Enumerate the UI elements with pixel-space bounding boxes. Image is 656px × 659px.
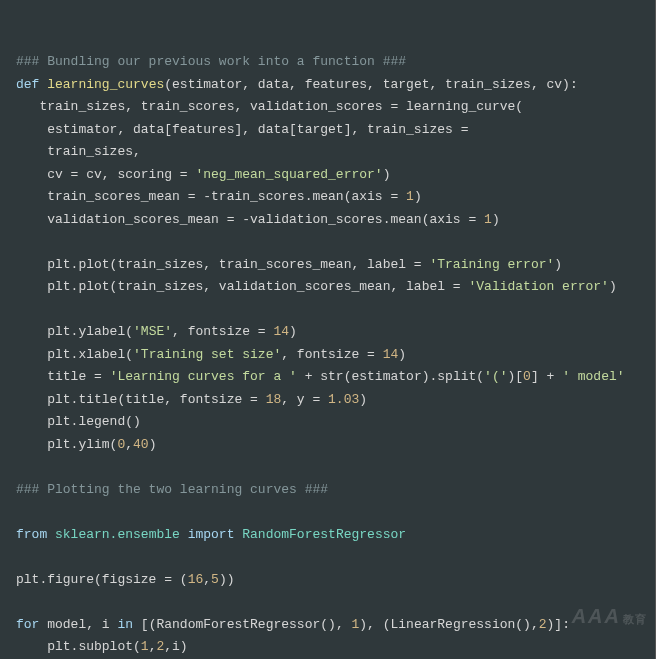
code-token: RandomForestRegressor bbox=[242, 527, 406, 542]
code-line: cv = cv, scoring = 'neg_mean_squared_err… bbox=[16, 164, 651, 187]
code-token: train_sizes, bbox=[16, 144, 141, 159]
code-line bbox=[16, 591, 651, 614]
code-line: estimator, data[features], data[target],… bbox=[16, 119, 651, 142]
code-content: ### Bundling our previous work into a fu… bbox=[16, 51, 651, 659]
code-token: ) bbox=[149, 437, 157, 452]
code-token: for bbox=[16, 617, 47, 632]
code-token: ) bbox=[554, 257, 562, 272]
code-token: in bbox=[117, 617, 140, 632]
code-token: ) bbox=[414, 189, 422, 204]
code-token: plt.figure(figsize = ( bbox=[16, 572, 188, 587]
code-token: 'MSE' bbox=[133, 324, 172, 339]
code-token: plt.ylabel( bbox=[16, 324, 133, 339]
code-token: title = bbox=[16, 369, 110, 384]
code-line: plt.xlabel('Training set size', fontsize… bbox=[16, 344, 651, 367]
code-token: (estimator, data, features, target, trai… bbox=[164, 77, 577, 92]
code-token: 18 bbox=[266, 392, 282, 407]
code-token: 40 bbox=[133, 437, 149, 452]
code-token: train_sizes, train_scores, validation_sc… bbox=[16, 99, 523, 114]
code-token: + str(estimator).split( bbox=[297, 369, 484, 384]
code-token: plt.plot(train_sizes, train_scores_mean,… bbox=[16, 257, 429, 272]
code-token: def bbox=[16, 77, 47, 92]
code-line: for model, i in [(RandomForestRegressor(… bbox=[16, 614, 651, 637]
code-line bbox=[16, 456, 651, 479]
code-token: plt.title(title, fontsize = bbox=[16, 392, 266, 407]
code-token: )[ bbox=[508, 369, 524, 384]
code-line: plt.title(title, fontsize = 18, y = 1.03… bbox=[16, 389, 651, 412]
code-line: plt.legend() bbox=[16, 411, 651, 434]
code-line bbox=[16, 231, 651, 254]
code-token: estimator, data[features], data[target],… bbox=[16, 122, 468, 137]
code-token: )) bbox=[219, 572, 235, 587]
code-token: 'Learning curves for a ' bbox=[110, 369, 297, 384]
code-token: ) bbox=[398, 347, 406, 362]
code-line: ### Plotting the two learning curves ### bbox=[16, 479, 651, 502]
code-line: plt.ylabel('MSE', fontsize = 14) bbox=[16, 321, 651, 344]
code-token: , bbox=[125, 437, 133, 452]
code-token: ] + bbox=[531, 369, 562, 384]
code-line: validation_scores_mean = -validation_sco… bbox=[16, 209, 651, 232]
code-token: , fontsize = bbox=[172, 324, 273, 339]
code-token: 2 bbox=[539, 617, 547, 632]
code-token: plt.legend() bbox=[16, 414, 141, 429]
code-token: ### Plotting the two learning curves ### bbox=[16, 482, 328, 497]
code-line: from sklearn.ensemble import RandomFores… bbox=[16, 524, 651, 547]
code-token: 1 bbox=[484, 212, 492, 227]
code-token: ,i) bbox=[164, 639, 187, 654]
code-token: ) bbox=[359, 392, 367, 407]
code-token: model, i bbox=[47, 617, 117, 632]
code-token: 16 bbox=[188, 572, 204, 587]
code-line: ### Bundling our previous work into a fu… bbox=[16, 51, 651, 74]
code-line: plt.subplot(1,2,i) bbox=[16, 636, 651, 659]
code-editor[interactable]: ### Bundling our previous work into a fu… bbox=[0, 0, 656, 659]
code-token: validation_scores_mean = -validation_sco… bbox=[16, 212, 484, 227]
code-token: ), (LinearRegression(), bbox=[359, 617, 538, 632]
code-token: 'Validation error' bbox=[468, 279, 608, 294]
code-token: 1.03 bbox=[328, 392, 359, 407]
code-token: train_scores_mean = -train_scores.mean(a… bbox=[16, 189, 406, 204]
code-line: plt.figure(figsize = (16,5)) bbox=[16, 569, 651, 592]
code-token: )]: bbox=[547, 617, 570, 632]
code-token: 'Training error' bbox=[429, 257, 554, 272]
code-token: plt.plot(train_sizes, validation_scores_… bbox=[16, 279, 468, 294]
code-token: [(RandomForestRegressor(), bbox=[141, 617, 352, 632]
code-token: sklearn.ensemble bbox=[55, 527, 180, 542]
code-token: learning_curves bbox=[47, 77, 164, 92]
code-line: train_scores_mean = -train_scores.mean(a… bbox=[16, 186, 651, 209]
code-token: 'neg_mean_squared_error' bbox=[195, 167, 382, 182]
code-token: ) bbox=[383, 167, 391, 182]
code-token: 'Training set size' bbox=[133, 347, 281, 362]
code-line: plt.plot(train_sizes, train_scores_mean,… bbox=[16, 254, 651, 277]
code-token: plt.subplot( bbox=[16, 639, 141, 654]
code-token: plt.ylim( bbox=[16, 437, 117, 452]
code-line: def learning_curves(estimator, data, fea… bbox=[16, 74, 651, 97]
code-token: ) bbox=[609, 279, 617, 294]
code-line: title = 'Learning curves for a ' + str(e… bbox=[16, 366, 651, 389]
code-token: '(' bbox=[484, 369, 507, 384]
code-token: 0 bbox=[523, 369, 531, 384]
code-token: , fontsize = bbox=[281, 347, 382, 362]
code-token: import bbox=[180, 527, 242, 542]
code-token: plt.xlabel( bbox=[16, 347, 133, 362]
code-token: ) bbox=[492, 212, 500, 227]
code-token: from bbox=[16, 527, 55, 542]
code-token: , y = bbox=[281, 392, 328, 407]
code-token: cv = cv, scoring = bbox=[16, 167, 195, 182]
code-token: 14 bbox=[383, 347, 399, 362]
code-token: 5 bbox=[211, 572, 219, 587]
code-line: plt.plot(train_sizes, validation_scores_… bbox=[16, 276, 651, 299]
code-line: plt.ylim(0,40) bbox=[16, 434, 651, 457]
code-token: 14 bbox=[273, 324, 289, 339]
code-token: 1 bbox=[406, 189, 414, 204]
code-line: train_sizes, bbox=[16, 141, 651, 164]
code-token: ) bbox=[289, 324, 297, 339]
code-line bbox=[16, 501, 651, 524]
code-token: ### Bundling our previous work into a fu… bbox=[16, 54, 406, 69]
code-line bbox=[16, 546, 651, 569]
code-line bbox=[16, 299, 651, 322]
code-token: 1 bbox=[141, 639, 149, 654]
code-token: ' model' bbox=[562, 369, 624, 384]
code-token: , bbox=[203, 572, 211, 587]
code-line: train_sizes, train_scores, validation_sc… bbox=[16, 96, 651, 119]
